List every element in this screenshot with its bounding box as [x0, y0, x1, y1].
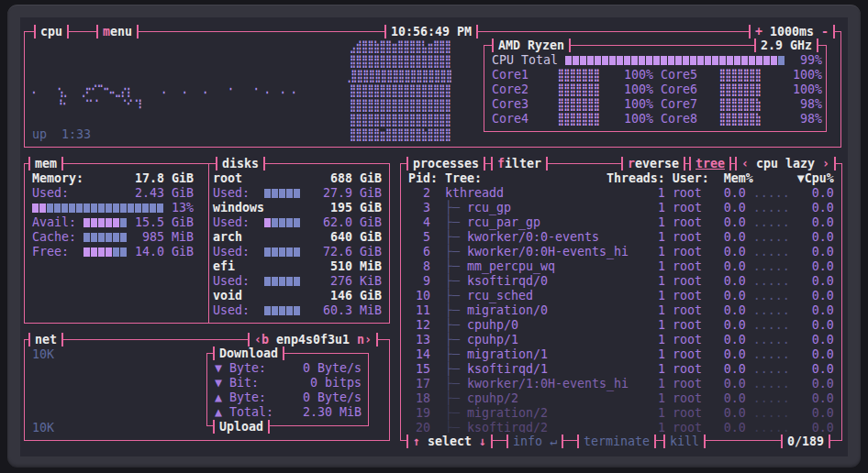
meter-block [286, 277, 293, 286]
select-label: select [428, 434, 472, 448]
meter-block [120, 218, 127, 227]
net-device-prev[interactable]: ‹b [254, 333, 276, 346]
cpu-box-title: cpu [34, 25, 69, 38]
process-row[interactable]: 18 ├─ cpuhp/2 1 root 0.0 ..... 0.0 [408, 391, 834, 406]
meter-block [763, 56, 770, 65]
meter-block [631, 56, 638, 65]
meter-block [272, 248, 278, 257]
meter-block [279, 306, 285, 315]
filter-button[interactable]: filter [491, 157, 548, 170]
sort-prev[interactable]: ‹ [741, 157, 756, 170]
meter-block [573, 56, 579, 65]
meter-block [771, 56, 777, 65]
disk-used-row: Used: 62.0 GiB [213, 215, 382, 230]
select-up-arrow[interactable]: ↑ [413, 434, 428, 448]
meter-block [279, 277, 285, 286]
meter-block [587, 56, 594, 65]
select-down-arrow[interactable]: ↓ [472, 434, 486, 448]
meter-block [286, 248, 293, 257]
process-row[interactable]: 4 ├─ rcu_par_gp 1 root 0.0 ..... 0.0 [408, 215, 834, 230]
process-row[interactable]: 17 ├─ kworker/1:0H-events_hi 1 root 0.0 … [408, 377, 834, 391]
process-row[interactable]: 6 ├─ kworker/0:0H-events_hi 1 root 0.0 .… [408, 245, 834, 259]
terminal: cpu menu 10:56:49 PM + 1000ms - ⠄ ⢢⡀ ⢀⠖⠊… [20, 17, 848, 456]
meter-block [279, 189, 285, 198]
core-meter-row: Core4 ⣿⣿⣿⣿⣿⣿⣿ 100% Core8 ⣿⣿⣿⣿⣿⣿⣷ 98% [492, 112, 822, 126]
meter-block [294, 189, 300, 198]
sort-selector[interactable]: ‹ cpu lazy › [735, 157, 836, 170]
meter-block [113, 248, 119, 257]
meter-block [294, 306, 300, 315]
process-row[interactable]: 12 ├─ cpuhp/0 1 root 0.0 ..... 0.0 [408, 318, 834, 333]
meter-block [98, 248, 105, 257]
meter-block [47, 204, 53, 213]
info-button[interactable]: info ↵ [506, 434, 563, 448]
process-row[interactable]: 20 ├─ ksoftirqd/2 1 root 0.0 ..... 0.0 [408, 421, 834, 433]
net-stat-row: ▲ Byte: 0 Byte/s [215, 390, 362, 405]
filter-hotkey: f [497, 157, 505, 170]
tree-toggle[interactable]: tree [689, 157, 731, 170]
process-row[interactable]: 10 ├─ rcu_sched 1 root 0.0 ..... 0.0 [408, 289, 834, 303]
uptime: up 1:33 [32, 127, 91, 142]
meter-block [595, 56, 601, 65]
interval-control[interactable]: + 1000ms - [749, 25, 835, 38]
mem-row: Used: 2.43 GiB [32, 186, 194, 201]
kill-button[interactable]: kill [663, 434, 706, 448]
meter-block [106, 233, 112, 242]
mem-box-title: mem [28, 157, 63, 170]
meter-block [580, 56, 586, 65]
disk-used-row: Used: 72.6 GiB [213, 245, 382, 259]
mem-disks-divider [208, 164, 210, 323]
process-row[interactable]: 13 ├─ cpuhp/1 1 root 0.0 ..... 0.0 [408, 333, 834, 347]
process-row[interactable]: 14 ├─ migration/1 1 root 0.0 ..... 0.0 [408, 347, 834, 362]
net-device-next[interactable]: n› [350, 333, 372, 346]
meter-block [756, 56, 762, 65]
meter-block [264, 218, 271, 227]
meter-block [83, 248, 90, 257]
meter-block [106, 248, 112, 257]
meter-block [286, 306, 293, 315]
process-row[interactable]: 2 kthreadd 1 root 0.0 ..... 0.0 [408, 186, 834, 201]
process-row[interactable]: 3 ├─ rcu_gp 1 root 0.0 ..... 0.0 [408, 201, 834, 215]
net-device-switch[interactable]: ‹b enp4s0f3u1 n› [248, 333, 378, 346]
sort-next[interactable]: › [815, 157, 829, 170]
net-stat-row: ▼ Bit: 0 bitps [215, 376, 362, 390]
meter-block [91, 204, 97, 213]
meter-block [264, 248, 271, 257]
meter-block [120, 233, 127, 242]
select-control[interactable]: ↑ select ↓ [406, 434, 493, 448]
filter-label: ilter [505, 157, 541, 170]
meter-block [778, 56, 785, 65]
meter-block [83, 233, 90, 242]
interval-decrease[interactable]: - [821, 25, 829, 38]
core-meter-row: Core2 ⣿⣿⣿⣿⣿⣿⣿ 100% Core6 ⣿⣿⣿⣿⣿⣿⣿ 100% [492, 82, 822, 97]
process-row[interactable]: 9 ├─ ksoftirqd/0 1 root 0.0 ..... 0.0 [408, 274, 834, 289]
meter-block [76, 204, 83, 213]
menu-button[interactable]: menu [96, 25, 139, 38]
meter-block [264, 306, 271, 315]
process-row[interactable]: 11 ├─ migration/0 1 root 0.0 ..... 0.0 [408, 303, 834, 318]
process-row[interactable]: 15 ├─ ksoftirqd/1 1 root 0.0 ..... 0.0 [408, 362, 834, 377]
meter-block [98, 233, 105, 242]
meter-block [661, 56, 667, 65]
interval-increase[interactable]: + [755, 25, 762, 38]
processes-box: processes filter reverse tree ‹ cpu lazy… [400, 163, 842, 441]
process-row[interactable]: 19 ├─ migration/2 1 root 0.0 ..... 0.0 [408, 406, 834, 421]
meter-block [617, 56, 623, 65]
process-row[interactable]: 8 ├─ mm_percpu_wq 1 root 0.0 ..... 0.0 [408, 259, 834, 274]
cpu-box: cpu menu 10:56:49 PM + 1000ms - ⠄ ⢢⡀ ⢀⠖⠊… [24, 31, 841, 148]
net-device-name: enp4s0f3u1 [276, 333, 350, 346]
cpu-history-graph-left: ⠄ ⢢⡀ ⢀⠖⠊⠉⠒⠤⣀⡔⡆ ⠄ ⠄ ⠄ ⠂ ⠂ ⠄ ⠄ ⠄ ⠘⠂ ⠈⠁⠁ ⠈⠊… [32, 83, 298, 113]
terminate-button[interactable]: terminate [577, 434, 656, 448]
meter-block [646, 56, 652, 65]
meter-block [135, 204, 141, 213]
meter-block [120, 204, 127, 213]
meter-block [150, 204, 156, 213]
process-row[interactable]: 5 ├─ kworker/0:0-events 1 root 0.0 .....… [408, 230, 834, 245]
meter-block [98, 204, 105, 213]
cpu-history-graph-right: ⣠⣾⣿⣿⣷⣿⣿⣶⣿⣿⣿⣿⣧⣶⣿⣿⣿ ⣿⣿⣿⣿⣿⣿⣿⣿⣿⣿⣿⣿⣿⣿⣿⣿⣿ ⢀⣿⣿⣿… [345, 39, 452, 142]
mem-row: Free: 14.0 GiB [32, 245, 194, 259]
net-scale-top: 10K [32, 347, 54, 362]
reverse-button[interactable]: reverse [621, 157, 685, 170]
meter-block [272, 306, 278, 315]
clock: 10:56:49 PM [384, 25, 478, 38]
